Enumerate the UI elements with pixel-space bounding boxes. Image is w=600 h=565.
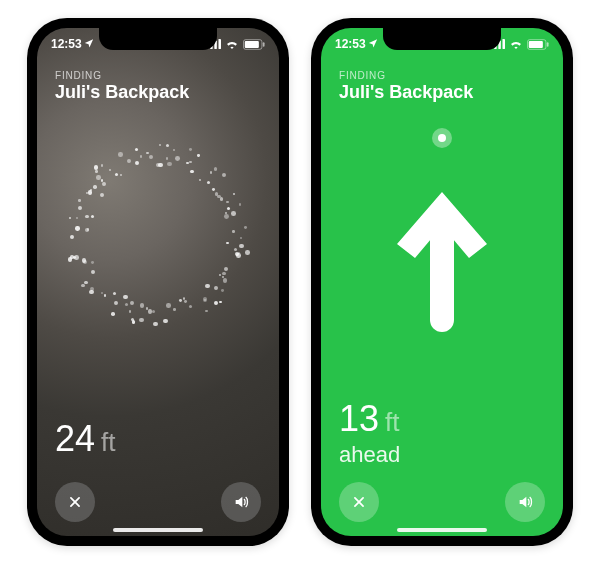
location-icon	[368, 37, 378, 51]
particle	[140, 155, 142, 157]
particle	[204, 299, 206, 301]
battery-icon	[243, 39, 265, 50]
particle	[189, 161, 192, 164]
status-time: 12:53	[51, 37, 82, 51]
battery-icon	[527, 39, 549, 50]
particle	[184, 300, 187, 303]
particle	[109, 169, 111, 171]
particle	[240, 237, 242, 239]
svg-rect-6	[263, 42, 265, 46]
particle	[135, 161, 139, 165]
svg-rect-16	[430, 224, 454, 332]
particle	[239, 203, 242, 206]
particle	[146, 307, 148, 309]
close-button[interactable]	[55, 482, 95, 522]
particle	[95, 170, 97, 172]
play-sound-button[interactable]	[505, 482, 545, 522]
particle	[85, 215, 88, 218]
close-icon	[352, 495, 366, 509]
distance-unit: ft	[385, 407, 399, 438]
speaker-icon	[232, 494, 250, 510]
particle	[163, 319, 168, 324]
particle	[210, 171, 213, 174]
particle	[91, 215, 94, 218]
precision-finding-screen-searching: 12:53 FINDING Juli's Backpack	[37, 28, 279, 536]
particle	[111, 312, 115, 316]
particle	[199, 179, 201, 181]
home-indicator[interactable]	[397, 528, 487, 532]
particle	[224, 214, 229, 219]
distance-unit: ft	[101, 427, 115, 458]
particle	[167, 162, 172, 167]
particle	[114, 301, 118, 305]
particle	[93, 185, 96, 188]
particle	[173, 308, 176, 311]
particle	[127, 159, 131, 163]
direction-indicator	[321, 128, 563, 334]
particle	[135, 148, 138, 151]
distance-readout: 24 ft	[55, 418, 116, 460]
particle	[100, 193, 104, 197]
particle	[90, 189, 92, 191]
particle	[234, 248, 237, 251]
home-indicator[interactable]	[113, 528, 203, 532]
button-row	[321, 482, 563, 522]
particle	[159, 144, 161, 146]
particle	[227, 207, 230, 210]
particle	[173, 149, 175, 151]
particle	[70, 235, 74, 239]
particle	[214, 301, 218, 305]
particle	[212, 188, 215, 191]
particle	[189, 148, 192, 151]
particle	[226, 242, 228, 244]
particle	[233, 193, 235, 195]
play-sound-button[interactable]	[221, 482, 261, 522]
particle	[214, 167, 217, 170]
particle	[76, 217, 78, 219]
precision-finding-screen-located: 12:53 FINDING Juli's Backpack	[321, 28, 563, 536]
notch	[99, 28, 217, 50]
particle	[146, 152, 149, 155]
particle	[231, 211, 236, 216]
location-icon	[84, 37, 94, 51]
particle	[91, 270, 95, 274]
particle	[226, 201, 228, 203]
particle	[96, 175, 101, 180]
header: FINDING Juli's Backpack	[339, 70, 473, 103]
svg-rect-3	[219, 39, 222, 49]
particle	[84, 281, 87, 284]
direction-label: ahead	[339, 442, 400, 468]
particle	[214, 286, 218, 290]
distance-value: 24	[55, 418, 95, 460]
svg-rect-12	[503, 39, 506, 49]
particle	[149, 155, 153, 159]
particle	[104, 294, 106, 296]
svg-rect-15	[547, 42, 549, 46]
particle	[81, 284, 84, 287]
particle	[130, 301, 134, 305]
particle	[223, 278, 227, 282]
particle	[205, 284, 209, 288]
particle	[197, 154, 199, 156]
close-icon	[68, 495, 82, 509]
item-name: Juli's Backpack	[55, 82, 189, 103]
particle	[179, 299, 182, 302]
particle	[207, 181, 210, 184]
particle	[69, 217, 71, 219]
particle	[87, 228, 89, 230]
particle	[118, 152, 123, 157]
particle	[75, 226, 79, 230]
particle	[153, 322, 158, 327]
header: FINDING Juli's Backpack	[55, 70, 189, 103]
particle	[101, 164, 104, 167]
particle	[166, 303, 170, 307]
close-button[interactable]	[339, 482, 379, 522]
particle-ring	[63, 140, 253, 330]
distance-value: 13	[339, 398, 379, 440]
item-name: Juli's Backpack	[339, 82, 473, 103]
particle	[129, 310, 132, 313]
particle	[205, 310, 208, 313]
status-time: 12:53	[335, 37, 366, 51]
svg-rect-5	[245, 40, 259, 47]
particle	[220, 197, 223, 200]
